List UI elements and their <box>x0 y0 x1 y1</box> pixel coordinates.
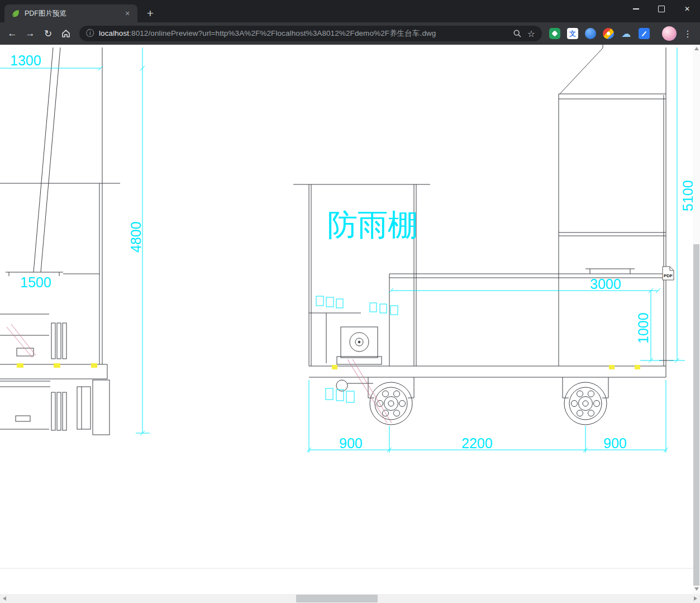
horizontal-scrollbar[interactable] <box>0 594 700 603</box>
address-bar[interactable]: ⓘ localhost:8012/onlinePreview?url=http%… <box>79 26 542 41</box>
url-text: localhost:8012/onlinePreview?url=http%3A… <box>99 29 507 39</box>
dim-rear-overhang: 900 <box>603 435 627 451</box>
page-info-icon[interactable]: ⓘ <box>86 29 94 39</box>
vertical-scrollbar[interactable] <box>693 45 700 594</box>
tab-title: PDF图片预览 <box>25 9 123 18</box>
reload-button[interactable]: ↻ <box>39 25 57 42</box>
extension-blue-ball-icon[interactable] <box>585 28 596 39</box>
scroll-down-icon[interactable] <box>694 587 699 591</box>
front-wheel <box>370 382 412 425</box>
url-host: localhost <box>99 29 129 37</box>
bookmark-star-icon[interactable]: ☆ <box>527 29 535 39</box>
maximize-button[interactable] <box>649 0 674 18</box>
shelter-label: 防雨棚 <box>327 208 418 241</box>
horizontal-scroll-thumb[interactable] <box>296 595 378 602</box>
scroll-left-icon[interactable] <box>3 596 6 601</box>
dim-deck-height: 1000 <box>635 312 651 344</box>
pdf-overlay-icon[interactable]: PDF <box>663 267 674 280</box>
dim-deck-width: 3000 <box>590 276 621 292</box>
navigation-bar: ← → ↻ ⓘ localhost:8012/onlinePreview?url… <box>0 22 700 45</box>
browser-menu-icon[interactable]: ⋮ <box>682 25 693 42</box>
cad-left-view <box>0 48 120 435</box>
home-icon <box>61 29 71 39</box>
vertical-scroll-thumb[interactable] <box>693 244 699 586</box>
back-button[interactable]: ← <box>3 25 21 42</box>
home-button[interactable] <box>57 25 75 42</box>
zoom-indicator-icon[interactable] <box>513 29 522 38</box>
close-button[interactable]: ✕ <box>674 0 700 18</box>
rear-wheel <box>564 382 607 425</box>
extension-colorful-icon[interactable] <box>603 28 614 39</box>
extension-translate-icon[interactable]: 文 <box>567 28 578 39</box>
dim-right-height: 5100 <box>680 180 693 211</box>
extension-green-glyph <box>551 30 558 36</box>
tab-close-icon[interactable]: ✕ <box>123 9 132 18</box>
dim-platform-width: 1500 <box>20 274 51 290</box>
dim-front-overhang: 900 <box>339 435 363 451</box>
url-path: :8012/onlinePreview?url=http%3A%2F%2Floc… <box>129 29 436 37</box>
dwg-preview-page: 1300 1500 4800 防雨棚 3000 1000 5100 900 22… <box>0 45 693 594</box>
browser-window: PDF图片预览 ✕ + ✕ ← → ↻ ⓘ localhost:8012/onl… <box>0 0 700 603</box>
extension-colorful-glyph <box>607 32 610 35</box>
tab-strip: PDF图片预览 ✕ + ✕ <box>0 0 700 22</box>
pdf-badge-label: PDF <box>664 273 673 278</box>
dim-wheelbase: 2200 <box>461 435 493 451</box>
scroll-right-icon[interactable] <box>694 596 697 601</box>
extension-green-icon[interactable] <box>549 28 560 39</box>
extensions-bar: 文 ☁ <box>549 28 650 39</box>
profile-avatar[interactable] <box>662 26 677 41</box>
forward-button[interactable]: → <box>21 25 39 42</box>
leader-lines <box>7 324 392 423</box>
minimize-icon <box>633 8 639 10</box>
window-controls: ✕ <box>623 0 700 18</box>
cad-drawing: 1300 1500 4800 防雨棚 3000 1000 5100 900 22… <box>0 45 693 594</box>
scroll-up-icon[interactable] <box>694 47 699 50</box>
dim-left-height: 4800 <box>128 221 144 253</box>
extension-cloud-icon[interactable]: ☁ <box>621 28 632 39</box>
maximize-icon <box>658 6 665 12</box>
minimize-button[interactable] <box>623 0 649 18</box>
extension-blue-glyph <box>642 31 647 36</box>
tab-pdf-preview[interactable]: PDF图片预览 ✕ <box>4 4 137 22</box>
spring-leaf-icon <box>11 9 20 18</box>
extension-blue-icon[interactable] <box>639 28 650 39</box>
new-tab-button[interactable]: + <box>142 5 159 22</box>
dim-top-width: 1300 <box>10 53 41 68</box>
